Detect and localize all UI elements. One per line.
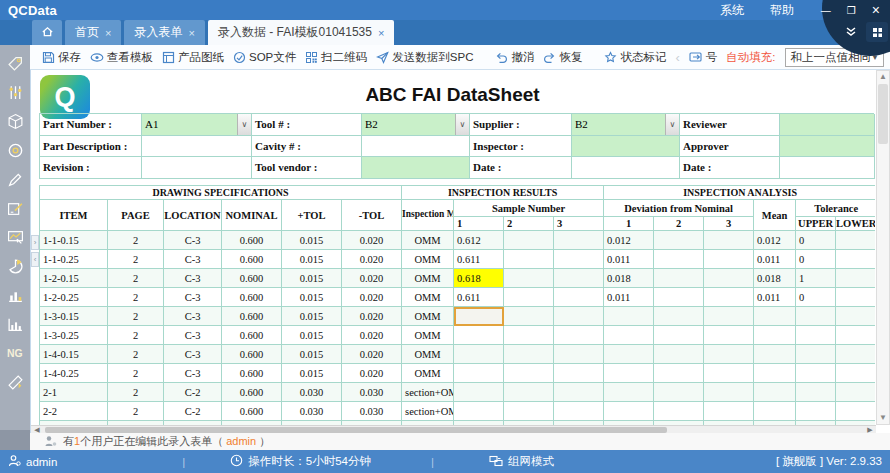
close-tab-icon[interactable]: ×: [188, 27, 194, 39]
sheet-cell[interactable]: [704, 231, 754, 250]
info-value-cell[interactable]: B2∨: [362, 114, 470, 136]
tab-home[interactable]: [32, 20, 62, 45]
sheet-cell[interactable]: [504, 383, 554, 402]
scroll-right-icon[interactable]: ▶: [864, 426, 876, 433]
sheet-cell[interactable]: [836, 250, 875, 269]
minimize-button[interactable]: —: [821, 5, 831, 16]
horizontal-scrollbar[interactable]: ◀ ▶: [31, 425, 876, 433]
sheet-cell[interactable]: [704, 345, 754, 364]
sheet-cell[interactable]: OMM: [402, 364, 454, 383]
sheet-cell[interactable]: 0: [796, 231, 836, 250]
grid-menu-icon[interactable]: [866, 22, 888, 42]
sheet-cell[interactable]: [604, 307, 654, 326]
sheet-cell[interactable]: [796, 402, 836, 421]
undo-button[interactable]: 撤消: [495, 50, 534, 65]
bar-chart-icon[interactable]: [6, 315, 24, 333]
sheet-cell[interactable]: [504, 269, 554, 288]
sheet-cell[interactable]: [704, 402, 754, 421]
info-value-cell[interactable]: [780, 157, 875, 179]
sheet-cell[interactable]: 0.020: [342, 326, 402, 345]
sheet-cell[interactable]: OMM: [402, 250, 454, 269]
sheet-cell[interactable]: [504, 231, 554, 250]
sheet-cell[interactable]: C-3: [164, 345, 222, 364]
sheet-cell[interactable]: 0.600: [222, 250, 282, 269]
sheet-cell[interactable]: OMM: [402, 231, 454, 250]
sheet-cell[interactable]: [796, 383, 836, 402]
sheet-cell[interactable]: [654, 307, 704, 326]
sheet-cell[interactable]: [504, 364, 554, 383]
sheet-cell[interactable]: [504, 402, 554, 421]
sheet-cell[interactable]: [654, 269, 704, 288]
sheet-cell[interactable]: [754, 364, 796, 383]
menu-system[interactable]: 系统: [720, 2, 744, 19]
info-value-cell[interactable]: [780, 114, 875, 136]
sheet-cell[interactable]: [454, 383, 504, 402]
sheet-cell[interactable]: [504, 345, 554, 364]
sheet-cell[interactable]: 2: [108, 288, 164, 307]
sheet-cell[interactable]: 0.020: [342, 364, 402, 383]
sheet-cell[interactable]: [836, 383, 875, 402]
sheet-cell[interactable]: C-3: [164, 364, 222, 383]
sheet-cell[interactable]: 0.611: [454, 288, 504, 307]
tab-entry-forms[interactable]: 录入表单×: [124, 20, 204, 45]
info-value-cell[interactable]: [572, 136, 680, 158]
sheet-cell[interactable]: 0.030: [282, 402, 342, 421]
sheet-cell[interactable]: 0.600: [222, 383, 282, 402]
collapse-left-icon[interactable]: ‹: [31, 252, 39, 267]
sheet-cell[interactable]: [654, 383, 704, 402]
sheet-cell[interactable]: 0.020: [342, 269, 402, 288]
vertical-scrollbar[interactable]: ▲ ▼: [876, 70, 890, 425]
sheet-cell[interactable]: 1-1-0.25: [40, 250, 108, 269]
sheet-cell[interactable]: 0.011: [754, 250, 796, 269]
sheet-cell[interactable]: 0.015: [282, 269, 342, 288]
dropdown-arrow-icon[interactable]: ∨: [665, 114, 679, 135]
sheet-cell[interactable]: 2: [108, 326, 164, 345]
sheet-cell[interactable]: 2: [108, 383, 164, 402]
collapse-right-icon[interactable]: ›: [31, 235, 39, 250]
sheet-cell[interactable]: 2-1: [40, 383, 108, 402]
sheet-cell[interactable]: 2: [108, 269, 164, 288]
sheet-cell[interactable]: [796, 364, 836, 383]
sheet-cell[interactable]: C-2: [164, 402, 222, 421]
sheet-cell[interactable]: 0.018: [754, 269, 796, 288]
tab-entry-data-active[interactable]: 录入数据 - FAI模板01041535×: [208, 20, 395, 45]
sheet-cell[interactable]: 2: [108, 364, 164, 383]
info-value-cell[interactable]: [362, 136, 470, 158]
sheet-cell[interactable]: 1-2-0.15: [40, 269, 108, 288]
sheet-cell[interactable]: 0.030: [282, 383, 342, 402]
sheet-cell[interactable]: 1-1-0.15: [40, 231, 108, 250]
sheet-cell[interactable]: [796, 307, 836, 326]
sheet-cell[interactable]: C-2: [164, 383, 222, 402]
signature-icon[interactable]: [6, 199, 24, 217]
message-user[interactable]: admin: [226, 435, 256, 447]
chart-edit-icon[interactable]: [6, 228, 24, 246]
sheet-cell[interactable]: 0.600: [222, 402, 282, 421]
sheet-cell[interactable]: [654, 288, 704, 307]
sheet-cell[interactable]: 2: [108, 250, 164, 269]
selected-cell[interactable]: [454, 307, 504, 326]
sheet-cell[interactable]: [654, 402, 704, 421]
sheet-cell[interactable]: [554, 288, 604, 307]
ng-icon[interactable]: NG: [6, 344, 24, 362]
sheet-cell[interactable]: [796, 345, 836, 364]
pencil-icon[interactable]: [6, 170, 24, 188]
sheet-cell[interactable]: [554, 383, 604, 402]
info-value-cell[interactable]: A1∨: [142, 114, 252, 136]
sheet-cell[interactable]: OMM: [402, 269, 454, 288]
sheet-cell[interactable]: 1-4-0.15: [40, 345, 108, 364]
target-icon[interactable]: [6, 141, 24, 159]
sheet-cell[interactable]: [754, 402, 796, 421]
sheet-cell[interactable]: 1-3-0.15: [40, 307, 108, 326]
sheet-cell[interactable]: [704, 269, 754, 288]
sheet-cell[interactable]: [554, 326, 604, 345]
sheet-cell[interactable]: [504, 250, 554, 269]
sheet-cell[interactable]: [836, 402, 875, 421]
sheet-cell[interactable]: [504, 326, 554, 345]
send-to-spc-button[interactable]: 发送数据到SPC: [376, 50, 473, 65]
sheet-cell[interactable]: 0.011: [754, 288, 796, 307]
sheet-cell[interactable]: 2: [108, 402, 164, 421]
sheet-cell[interactable]: [604, 326, 654, 345]
sheet-cell[interactable]: 0.012: [754, 231, 796, 250]
sheet-cell[interactable]: C-3: [164, 269, 222, 288]
sheet-cell[interactable]: 0.020: [342, 231, 402, 250]
